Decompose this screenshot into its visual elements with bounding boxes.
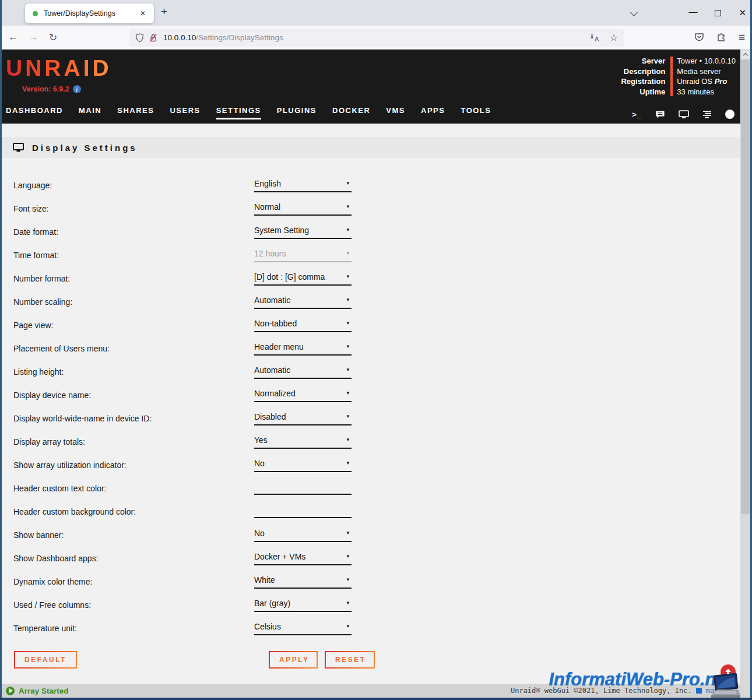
form-row: Display array totals: Yes▼ bbox=[0, 430, 742, 453]
reset-button[interactable]: RESET bbox=[325, 651, 375, 669]
tab-favicon bbox=[33, 11, 38, 16]
copyright-text: Unraid® webGui ©2021, Lime Technology, I… bbox=[511, 687, 692, 695]
svg-text:x̄: x̄ bbox=[591, 34, 593, 40]
nav-tools[interactable]: TOOLS bbox=[461, 106, 491, 119]
nav-main[interactable]: MAIN bbox=[79, 106, 101, 119]
bookmark-star-icon[interactable]: ☆ bbox=[610, 32, 618, 43]
apply-button[interactable]: APPLY bbox=[269, 651, 318, 669]
browser-tab[interactable]: Tower/DisplaySettings ✕ bbox=[25, 3, 154, 23]
scrollbar-thumb[interactable] bbox=[741, 59, 750, 514]
server-info-label: Registration bbox=[621, 76, 665, 87]
remote-monitor-icon[interactable] bbox=[679, 110, 689, 119]
form-row: Time format: 12 hours▼ bbox=[0, 244, 742, 267]
font-size-select[interactable]: Normal▼ bbox=[254, 202, 352, 216]
insecure-lock-icon[interactable] bbox=[149, 33, 158, 43]
chevron-down-icon: ▼ bbox=[346, 460, 350, 466]
window-minimize-button[interactable]: — bbox=[688, 6, 697, 16]
terminal-icon[interactable]: >_ bbox=[632, 110, 642, 119]
form-row: Show Dashboard apps: Docker + VMs▼ bbox=[0, 547, 742, 570]
header-bg-color-input[interactable] bbox=[254, 505, 352, 518]
new-tab-button[interactable]: + bbox=[161, 5, 167, 18]
server-description-value: Media server bbox=[677, 66, 736, 77]
nav-shares[interactable]: SHARES bbox=[117, 106, 154, 119]
array-status: Array Started bbox=[6, 687, 69, 695]
field-label: Language: bbox=[0, 181, 254, 190]
page-title-bar: Display Settings bbox=[0, 137, 742, 158]
chevron-down-icon: ▼ bbox=[346, 367, 350, 372]
display-settings-form: Language: English▼ Font size: Normal▼ Da… bbox=[0, 174, 742, 640]
form-row: Dynamix color theme: White▼ bbox=[0, 570, 742, 593]
back-button[interactable]: ← bbox=[8, 31, 18, 43]
date-format-select[interactable]: System Setting▼ bbox=[254, 226, 352, 239]
language-select[interactable]: English▼ bbox=[254, 179, 352, 192]
nav-users[interactable]: USERS bbox=[170, 106, 200, 119]
uptime-value: 33 minutes bbox=[677, 87, 736, 97]
time-format-select: 12 hours▼ bbox=[254, 249, 352, 262]
display-array-totals-select[interactable]: Yes▼ bbox=[254, 435, 352, 449]
main-nav: DASHBOARD MAIN SHARES USERS SETTINGS PLU… bbox=[6, 106, 491, 119]
listing-height-select[interactable]: Automatic▼ bbox=[254, 365, 352, 379]
list-tabs-chevron-icon[interactable] bbox=[631, 10, 638, 15]
nav-settings[interactable]: SETTINGS bbox=[216, 106, 261, 119]
scrollbar-up-icon[interactable] bbox=[740, 50, 750, 59]
dashboard-apps-select[interactable]: Docker + VMs▼ bbox=[254, 552, 352, 565]
form-row: Display device name: Normalized▼ bbox=[0, 384, 742, 407]
field-label: Header custom background color: bbox=[0, 507, 254, 516]
shield-icon[interactable] bbox=[135, 33, 144, 43]
help-icon[interactable]: ? bbox=[725, 110, 735, 119]
manual-link[interactable]: manual bbox=[706, 687, 731, 695]
nav-apps[interactable]: APPS bbox=[421, 106, 445, 119]
extensions-puzzle-icon[interactable] bbox=[716, 33, 726, 43]
temperature-unit-select[interactable]: Celsius▼ bbox=[254, 622, 352, 635]
default-button[interactable]: DEFAULT bbox=[14, 651, 77, 669]
version-label: Version: 6.9.2 i bbox=[22, 85, 81, 93]
form-row: Date format: System Setting▼ bbox=[0, 220, 742, 244]
pocket-icon[interactable] bbox=[694, 33, 704, 42]
nav-dashboard[interactable]: DASHBOARD bbox=[6, 106, 63, 119]
manual-book-icon bbox=[695, 687, 702, 694]
forward-button[interactable]: → bbox=[29, 31, 38, 43]
number-scaling-select[interactable]: Automatic▼ bbox=[254, 296, 352, 309]
chevron-down-icon: ▼ bbox=[346, 344, 350, 349]
display-wwn-select[interactable]: Disabled▼ bbox=[254, 412, 352, 425]
chevron-down-icon: ▼ bbox=[346, 227, 350, 233]
tab-close-icon[interactable]: ✕ bbox=[138, 8, 148, 19]
unraid-logo[interactable]: UNRAID bbox=[6, 55, 112, 81]
color-theme-select[interactable]: White▼ bbox=[254, 575, 352, 589]
header-icon-bar: >_ ? bbox=[632, 110, 735, 119]
server-name-value: Tower • 10.0.0.10 bbox=[677, 56, 736, 66]
chevron-down-icon: ▼ bbox=[346, 297, 350, 302]
page-scrollbar[interactable] bbox=[740, 50, 750, 698]
server-info-label: Server bbox=[642, 56, 665, 66]
number-format-select[interactable]: [D] dot : [G] comma▼ bbox=[254, 272, 352, 286]
translate-icon[interactable]: x̄ A bbox=[591, 33, 600, 42]
field-label: Show array utilization indicator: bbox=[0, 460, 254, 470]
used-free-columns-select[interactable]: Bar (gray)▼ bbox=[254, 599, 352, 612]
chevron-down-icon: ▼ bbox=[346, 414, 350, 419]
nav-plugins[interactable]: PLUGINS bbox=[277, 106, 317, 119]
window-maximize-button[interactable] bbox=[715, 10, 721, 16]
nav-docker[interactable]: DOCKER bbox=[332, 106, 370, 119]
log-icon[interactable] bbox=[702, 110, 712, 118]
show-banner-select[interactable]: No▼ bbox=[254, 529, 352, 542]
array-utilization-select[interactable]: No▼ bbox=[254, 459, 352, 472]
page-view-select[interactable]: Non-tabbed▼ bbox=[254, 319, 352, 332]
field-label: Number scaling: bbox=[0, 297, 254, 307]
chevron-down-icon: ▼ bbox=[346, 391, 350, 396]
field-label: Font size: bbox=[0, 204, 254, 213]
reload-button[interactable]: ↻ bbox=[49, 31, 57, 44]
window-close-button[interactable]: ✕ bbox=[739, 8, 746, 18]
header-text-color-input[interactable] bbox=[254, 482, 352, 495]
field-label: Display world-wide-name in device ID: bbox=[0, 414, 254, 423]
menu-hamburger-icon[interactable]: ≡ bbox=[739, 31, 745, 44]
users-menu-placement-select[interactable]: Header menu▼ bbox=[254, 342, 352, 356]
feedback-chat-icon[interactable] bbox=[655, 110, 665, 119]
display-device-name-select[interactable]: Normalized▼ bbox=[254, 389, 352, 402]
chevron-down-icon: ▼ bbox=[346, 437, 350, 442]
field-label: Display device name: bbox=[0, 391, 254, 400]
nav-vms[interactable]: VMS bbox=[386, 106, 405, 119]
field-label: Time format: bbox=[0, 251, 254, 260]
scroll-to-top-button[interactable] bbox=[721, 664, 736, 680]
url-bar[interactable]: 10.0.0.10/Settings/DisplaySettings x̄ A … bbox=[129, 29, 624, 47]
info-icon[interactable]: i bbox=[73, 85, 81, 93]
